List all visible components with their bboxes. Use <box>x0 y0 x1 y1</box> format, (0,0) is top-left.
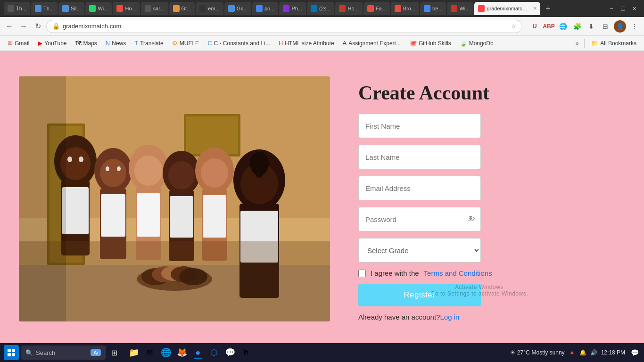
minimize-button[interactable]: − <box>610 5 613 12</box>
tab-favicon <box>228 5 235 12</box>
svg-rect-45 <box>8 349 11 352</box>
tab-close-icon[interactable]: × <box>533 5 537 12</box>
taskbar-app-chrome[interactable]: ● <box>190 345 206 360</box>
adblock-icon[interactable]: ABP <box>543 21 554 32</box>
profile-icon[interactable]: 👤 <box>614 20 626 33</box>
tab-favicon <box>62 5 69 12</box>
bookmark-mongodb[interactable]: 🍃 MongoDb <box>456 38 497 48</box>
notification-button[interactable]: 💬 <box>629 347 640 358</box>
show-password-icon[interactable]: 👁 <box>467 214 475 224</box>
bookmark-assignment[interactable]: A Assignment Expert... <box>339 38 405 48</box>
forward-button[interactable]: → <box>18 21 29 32</box>
tab-item[interactable]: sar... <box>141 2 168 15</box>
volume-icon[interactable]: 🔔 <box>579 349 586 356</box>
constants-icon: C <box>207 40 212 47</box>
download-icon[interactable]: ⬇ <box>586 21 597 32</box>
github-icon: 🐙 <box>409 40 417 47</box>
tab-favicon <box>283 5 289 12</box>
bookmark-translate[interactable]: T Translate <box>131 38 167 48</box>
start-button[interactable] <box>4 345 19 360</box>
tab-item[interactable]: Wi... <box>85 2 112 15</box>
tab-item[interactable]: Ph... <box>279 2 306 15</box>
active-tab[interactable]: grademixnmatch.com × <box>474 2 540 15</box>
bookmark-label: News <box>112 40 126 47</box>
tab-item[interactable]: Gr... <box>169 2 195 15</box>
url-bar[interactable]: 🔒 grademixnmatch.com ☆ <box>46 20 522 33</box>
tab-item[interactable]: (2s... <box>307 2 334 15</box>
svg-point-26 <box>201 158 228 188</box>
star-icon[interactable]: ☆ <box>511 23 516 30</box>
speaker-icon[interactable]: 🔊 <box>590 349 597 356</box>
bookmark-label: HTML size Attribute <box>285 40 334 47</box>
taskbar-app-mail[interactable]: ✉ <box>142 345 157 360</box>
tab-item[interactable]: po... <box>252 2 278 15</box>
tab-item[interactable]: be... <box>420 2 446 15</box>
login-link[interactable]: Log in <box>440 313 459 321</box>
svg-rect-48 <box>12 353 15 356</box>
bookmark-separator <box>584 39 585 48</box>
tab-favicon <box>116 5 123 12</box>
tab-item[interactable]: Wi... <box>447 2 473 15</box>
taskbar-app-discord[interactable]: 💬 <box>223 345 238 360</box>
tab-label: Fa... <box>376 6 386 11</box>
close-button[interactable]: × <box>633 5 636 12</box>
register-button[interactable]: Register Activate WindowsGo to Settings … <box>358 284 481 306</box>
svg-rect-44 <box>19 76 66 321</box>
maximize-button[interactable]: □ <box>621 5 625 12</box>
tab-favicon <box>89 5 96 12</box>
extensions-icon[interactable]: U <box>529 21 540 32</box>
bookmark-github[interactable]: 🐙 GitHub Skills <box>405 38 455 48</box>
tab-item[interactable]: Th... <box>4 2 30 15</box>
bookmark-youtube[interactable]: ▶ YouTube <box>34 38 70 48</box>
taskbar-app-explorer[interactable]: 📁 <box>126 345 141 360</box>
last-name-input[interactable] <box>358 145 481 169</box>
email-input[interactable] <box>358 176 481 200</box>
taskbar-app-edge[interactable]: 🌐 <box>158 345 173 360</box>
taskbar-app-cursor[interactable]: 🖱 <box>239 345 254 360</box>
browser-settings-icon[interactable]: 🌐 <box>557 21 569 32</box>
taskbar-app-vscode[interactable]: ⬡ <box>206 345 222 360</box>
svg-point-41 <box>106 166 109 171</box>
split-view-icon[interactable]: ⊟ <box>600 21 611 32</box>
bookmarks-more-button[interactable]: » <box>573 39 582 48</box>
weather-desc: Mostly sunny <box>532 349 565 356</box>
tab-item[interactable]: Th... <box>31 2 58 15</box>
grade-select[interactable]: Select Grade Grade 1 Grade 2 Grade 3 Gra… <box>358 238 481 263</box>
bookmark-label: YouTube <box>44 40 66 47</box>
first-name-input[interactable] <box>358 114 481 138</box>
extension-icon[interactable]: 🧩 <box>571 21 583 32</box>
tab-favicon <box>199 5 206 12</box>
tab-item[interactable]: Gk... <box>224 2 251 15</box>
back-button[interactable]: ← <box>4 21 15 32</box>
bookmark-constants[interactable]: C C - Constants and Li... <box>204 38 274 48</box>
tab-item[interactable]: Ho... <box>113 2 140 15</box>
menu-icon[interactable]: ⋮ <box>629 21 640 32</box>
new-tab-button[interactable]: + <box>541 2 554 15</box>
password-input[interactable] <box>358 207 481 231</box>
tab-item[interactable]: Bro... <box>391 2 419 15</box>
taskbar-time[interactable]: 12:18 PM <box>601 349 625 356</box>
task-view-button[interactable]: ⊞ <box>107 346 121 359</box>
terms-checkbox[interactable] <box>358 270 366 277</box>
bookmark-news[interactable]: N News <box>102 38 130 48</box>
bookmark-label: C - Constants and Li... <box>214 40 270 47</box>
svg-rect-17 <box>137 193 160 237</box>
all-bookmarks-button[interactable]: 📁 All Bookmarks <box>587 39 640 48</box>
taskbar-app-firefox[interactable]: 🦊 <box>174 345 190 360</box>
refresh-button[interactable]: ↻ <box>32 21 43 32</box>
tab-label: Wi... <box>459 6 470 11</box>
tab-item[interactable]: em... <box>196 2 223 15</box>
bookmark-html[interactable]: H HTML size Attribute <box>275 38 338 48</box>
tab-item[interactable]: Fa... <box>363 2 390 15</box>
bookmark-muele[interactable]: ⚙ MUELE <box>168 38 203 48</box>
bookmark-maps[interactable]: 🗺 Maps <box>72 38 101 48</box>
tab-item[interactable]: Sil... <box>58 2 84 15</box>
terms-link[interactable]: Terms and Conditions <box>424 269 492 277</box>
network-icon[interactable]: 🔺 <box>569 349 576 356</box>
gmail-icon: ✉ <box>8 40 13 47</box>
bookmark-gmail[interactable]: ✉ Gmail <box>4 38 33 48</box>
tab-label: Th... <box>16 6 26 11</box>
svg-point-14 <box>100 159 126 187</box>
tab-item[interactable]: Ho... <box>335 2 362 15</box>
taskbar-search[interactable]: 🔍 Search Ai <box>21 346 106 360</box>
